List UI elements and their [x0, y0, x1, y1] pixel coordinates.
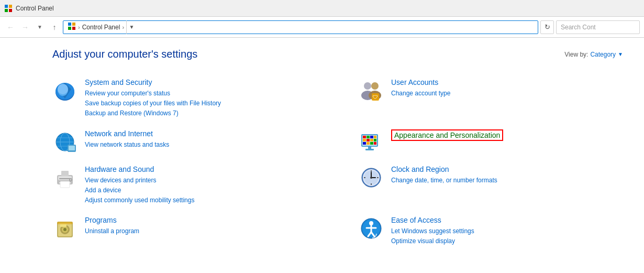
network-link-0[interactable]: View network status and tasks — [85, 140, 317, 150]
address-bar: ← → ▼ ↑ › Control Panel › ▼ ↻ Search Con… — [0, 17, 644, 38]
appearance-title[interactable]: Appearance and Personalization — [391, 129, 503, 141]
hardware-title[interactable]: Hardware and Sound — [85, 165, 317, 173]
svg-rect-45 — [59, 178, 71, 179]
breadcrumb-item-control-panel[interactable]: Control Panel — [82, 24, 120, 31]
svg-rect-34 — [367, 139, 370, 141]
programs-title[interactable]: Programs — [85, 216, 317, 224]
svg-rect-35 — [370, 139, 373, 141]
category-ease-of-access: Ease of Access Let Windows suggest setti… — [359, 211, 623, 252]
view-by-label: View by: — [564, 51, 588, 58]
programs-content: Programs Uninstall a program — [85, 216, 317, 236]
view-by-control: View by: Category ▼ — [564, 51, 623, 58]
svg-point-50 — [70, 179, 72, 180]
ease-icon — [359, 216, 384, 241]
svg-rect-30 — [367, 136, 370, 138]
svg-rect-3 — [9, 9, 12, 12]
svg-rect-1 — [9, 5, 12, 8]
user-accounts-icon: 🛡 — [359, 78, 384, 103]
appearance-content: Appearance and Personalization — [391, 129, 623, 143]
svg-rect-32 — [374, 136, 376, 138]
svg-point-12 — [58, 84, 68, 94]
svg-point-15 — [371, 82, 379, 90]
clock-link-0[interactable]: Change date, time, or number formats — [391, 176, 623, 185]
svg-rect-67 — [57, 222, 73, 224]
hardware-link-0[interactable]: View devices and printers — [85, 176, 317, 185]
category-hardware: Hardware and Sound View devices and prin… — [52, 160, 317, 211]
system-security-title[interactable]: System and Security — [85, 78, 317, 86]
hardware-link-2[interactable]: Adjust commonly used mobility settings — [85, 195, 317, 205]
svg-rect-29 — [363, 136, 366, 138]
system-security-content: System and Security Review your computer… — [85, 78, 317, 119]
clock-icon — [359, 165, 384, 190]
title-bar-title: Control Panel — [16, 5, 54, 12]
header-row: Adjust your computer's settings View by:… — [52, 48, 623, 60]
system-security-link-1[interactable]: Save backup copies of your files with Fi… — [85, 99, 317, 108]
clock-title[interactable]: Clock and Region — [391, 165, 623, 173]
svg-rect-39 — [370, 142, 373, 145]
svg-rect-7 — [72, 27, 75, 30]
up-button[interactable]: ↑ — [48, 21, 61, 34]
hardware-icon — [52, 165, 77, 190]
network-content: Network and Internet View network status… — [85, 129, 317, 150]
svg-point-13 — [364, 82, 371, 90]
hardware-content: Hardware and Sound View devices and prin… — [85, 165, 317, 206]
view-by-arrow-icon[interactable]: ▼ — [618, 51, 623, 57]
address-dropdown-arrow[interactable]: ▼ — [126, 20, 137, 34]
clock-content: Clock and Region Change date, time, or n… — [391, 165, 623, 185]
system-security-icon — [52, 78, 77, 103]
categories-grid: System and Security Review your computer… — [52, 73, 623, 252]
user-accounts-content: User Accounts Change account type — [391, 78, 623, 99]
svg-rect-31 — [370, 136, 373, 138]
network-icon — [52, 129, 77, 155]
svg-rect-37 — [363, 142, 366, 145]
svg-rect-40 — [374, 142, 376, 145]
page-title: Adjust your computer's settings — [52, 48, 197, 60]
category-network: Network and Internet View network status… — [52, 124, 317, 160]
appearance-icon — [359, 129, 384, 155]
ease-link-0[interactable]: Let Windows suggest settings — [391, 226, 623, 236]
search-box[interactable]: Search Cont — [556, 20, 640, 34]
ease-title[interactable]: Ease of Access — [391, 216, 623, 224]
hardware-link-1[interactable]: Add a device — [85, 185, 317, 195]
svg-rect-38 — [367, 142, 370, 145]
svg-rect-0 — [5, 5, 8, 8]
svg-point-60 — [370, 177, 372, 179]
breadcrumb-icon — [68, 22, 76, 32]
system-security-link-0[interactable]: Review your computer's status — [85, 89, 317, 99]
category-programs: Programs Uninstall a program — [52, 211, 317, 252]
svg-rect-5 — [72, 23, 75, 26]
svg-rect-42 — [365, 149, 374, 150]
svg-rect-26 — [71, 151, 73, 152]
ease-link-1[interactable]: Optimize visual display — [391, 236, 623, 246]
svg-rect-46 — [61, 171, 69, 176]
svg-rect-25 — [69, 146, 75, 150]
network-title[interactable]: Network and Internet — [85, 129, 317, 138]
forward-button[interactable]: → — [19, 21, 31, 34]
svg-rect-48 — [60, 181, 70, 188]
main-content: Adjust your computer's settings View by:… — [0, 38, 644, 263]
svg-rect-6 — [68, 27, 71, 30]
history-dropdown-button[interactable]: ▼ — [34, 21, 46, 34]
address-field[interactable]: › Control Panel › ▼ — [63, 20, 538, 34]
category-user-accounts: 🛡 User Accounts Change account type — [359, 73, 623, 124]
category-appearance: Appearance and Personalization — [359, 124, 623, 160]
category-system-security: System and Security Review your computer… — [52, 73, 317, 124]
svg-rect-33 — [363, 139, 366, 141]
address-breadcrumb: › Control Panel › — [68, 22, 124, 32]
back-button[interactable]: ← — [4, 21, 17, 34]
category-clock: Clock and Region Change date, time, or n… — [359, 160, 623, 211]
refresh-button[interactable]: ↻ — [540, 20, 554, 34]
system-security-link-2[interactable]: Backup and Restore (Windows 7) — [85, 108, 317, 118]
title-bar: Control Panel — [0, 0, 644, 17]
programs-link-0[interactable]: Uninstall a program — [85, 226, 317, 236]
breadcrumb-separator: › — [78, 24, 80, 30]
svg-text:🛡: 🛡 — [373, 94, 378, 100]
svg-rect-4 — [68, 23, 71, 26]
programs-icon — [52, 216, 77, 241]
user-accounts-link-0[interactable]: Change account type — [391, 89, 623, 99]
svg-rect-41 — [368, 147, 371, 149]
breadcrumb-separator2: › — [122, 24, 124, 30]
user-accounts-title[interactable]: User Accounts — [391, 78, 623, 86]
view-by-value[interactable]: Category — [590, 51, 616, 58]
search-placeholder: Search Cont — [561, 24, 596, 31]
